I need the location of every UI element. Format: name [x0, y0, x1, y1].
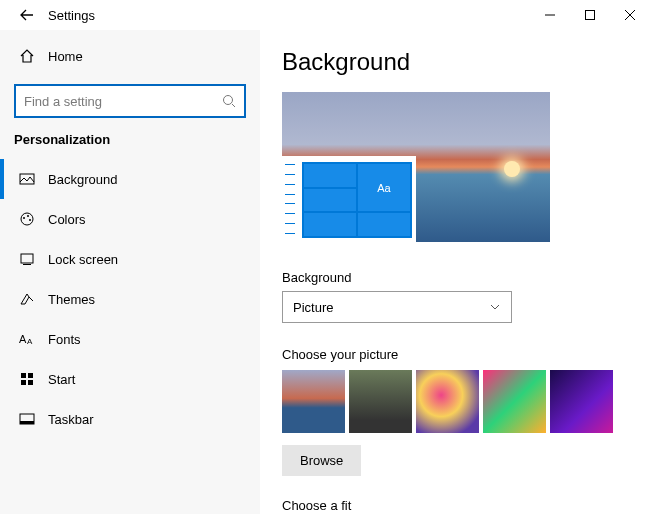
- picture-thumb-2[interactable]: [349, 370, 412, 433]
- choose-fit-label: Choose a fit: [282, 498, 628, 513]
- section-title: Personalization: [0, 132, 260, 159]
- svg-rect-14: [28, 380, 33, 385]
- search-field[interactable]: [24, 94, 222, 109]
- nav-label: Themes: [48, 292, 95, 307]
- nav-label: Lock screen: [48, 252, 118, 267]
- maximize-button[interactable]: [570, 0, 610, 30]
- chevron-down-icon: [489, 301, 501, 313]
- svg-text:A: A: [19, 333, 27, 345]
- preview-sun: [504, 161, 520, 177]
- palette-icon: [18, 210, 36, 228]
- browse-button[interactable]: Browse: [282, 445, 361, 476]
- lock-screen-icon: [18, 250, 36, 268]
- back-icon[interactable]: [18, 6, 36, 24]
- picture-thumb-3[interactable]: [416, 370, 479, 433]
- search-icon: [222, 94, 236, 108]
- dropdown-value: Picture: [293, 300, 333, 315]
- sidebar-item-colors[interactable]: Colors: [0, 199, 260, 239]
- picture-icon: [18, 170, 36, 188]
- home-icon: [18, 47, 36, 65]
- sidebar-item-background[interactable]: Background: [0, 159, 260, 199]
- sidebar-item-start[interactable]: Start: [0, 359, 260, 399]
- background-label: Background: [282, 270, 628, 285]
- picture-thumb-5[interactable]: [550, 370, 613, 433]
- svg-point-4: [23, 217, 25, 219]
- sidebar-item-lock-screen[interactable]: Lock screen: [0, 239, 260, 279]
- preview-window: Aa: [282, 156, 416, 242]
- nav-label: Fonts: [48, 332, 81, 347]
- themes-icon: [18, 290, 36, 308]
- background-preview: Aa: [282, 92, 550, 242]
- svg-rect-13: [21, 380, 26, 385]
- nav-label: Colors: [48, 212, 86, 227]
- main-content: Background Aa Background Picture Choose …: [260, 30, 650, 514]
- svg-rect-7: [21, 254, 33, 263]
- sidebar-item-taskbar[interactable]: Taskbar: [0, 399, 260, 439]
- sidebar-item-themes[interactable]: Themes: [0, 279, 260, 319]
- svg-point-1: [224, 96, 233, 105]
- svg-rect-16: [20, 421, 34, 424]
- nav-label: Start: [48, 372, 75, 387]
- page-title: Background: [282, 48, 628, 76]
- sidebar: Home Personalization Background Colors L…: [0, 30, 260, 514]
- svg-text:A: A: [27, 337, 33, 346]
- minimize-button[interactable]: [530, 0, 570, 30]
- app-title: Settings: [48, 8, 95, 23]
- svg-rect-0: [586, 11, 595, 20]
- start-icon: [18, 370, 36, 388]
- preview-tile-text: Aa: [358, 164, 410, 211]
- picture-thumb-1[interactable]: [282, 370, 345, 433]
- picture-thumbnails: [282, 370, 628, 433]
- svg-point-6: [29, 219, 31, 221]
- picture-thumb-4[interactable]: [483, 370, 546, 433]
- nav-label: Taskbar: [48, 412, 94, 427]
- fonts-icon: AA: [18, 330, 36, 348]
- choose-picture-label: Choose your picture: [282, 347, 628, 362]
- svg-rect-12: [28, 373, 33, 378]
- search-input[interactable]: [14, 84, 246, 118]
- svg-rect-11: [21, 373, 26, 378]
- taskbar-icon: [18, 410, 36, 428]
- svg-point-5: [27, 215, 29, 217]
- svg-point-3: [21, 213, 33, 225]
- home-label: Home: [48, 49, 83, 64]
- nav-label: Background: [48, 172, 117, 187]
- background-dropdown[interactable]: Picture: [282, 291, 512, 323]
- sidebar-item-fonts[interactable]: AA Fonts: [0, 319, 260, 359]
- titlebar: Settings: [0, 0, 650, 30]
- home-button[interactable]: Home: [0, 36, 260, 76]
- svg-rect-8: [23, 264, 31, 265]
- close-button[interactable]: [610, 0, 650, 30]
